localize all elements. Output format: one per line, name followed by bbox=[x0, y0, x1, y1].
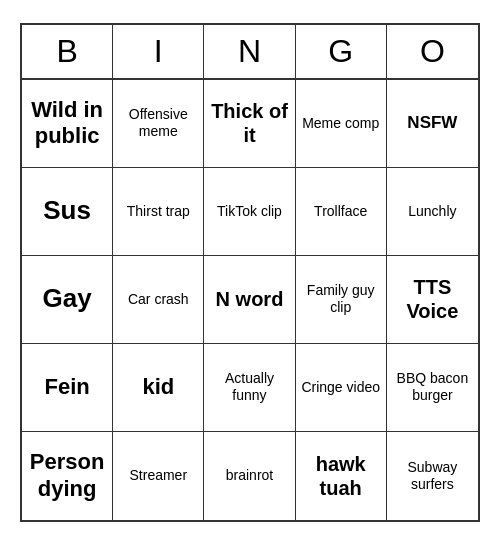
bingo-cell: Offensive meme bbox=[113, 80, 204, 168]
bingo-cell: Person dying bbox=[22, 432, 113, 520]
header-letter: G bbox=[296, 25, 387, 78]
bingo-cell: Gay bbox=[22, 256, 113, 344]
header-letter: N bbox=[204, 25, 295, 78]
bingo-cell: Meme comp bbox=[296, 80, 387, 168]
bingo-cell: Wild in public bbox=[22, 80, 113, 168]
bingo-cell: N word bbox=[204, 256, 295, 344]
bingo-cell: NSFW bbox=[387, 80, 478, 168]
bingo-cell: Thirst trap bbox=[113, 168, 204, 256]
bingo-cell: Trollface bbox=[296, 168, 387, 256]
bingo-cell: Sus bbox=[22, 168, 113, 256]
bingo-cell: kid bbox=[113, 344, 204, 432]
bingo-cell: Actually funny bbox=[204, 344, 295, 432]
bingo-grid: Wild in publicOffensive memeThick of itM… bbox=[22, 80, 478, 520]
bingo-cell: Cringe video bbox=[296, 344, 387, 432]
header-letter: B bbox=[22, 25, 113, 78]
bingo-cell: Fein bbox=[22, 344, 113, 432]
bingo-cell: TTS Voice bbox=[387, 256, 478, 344]
bingo-cell: Lunchly bbox=[387, 168, 478, 256]
bingo-cell: brainrot bbox=[204, 432, 295, 520]
header-letter: I bbox=[113, 25, 204, 78]
bingo-card: BINGO Wild in publicOffensive memeThick … bbox=[20, 23, 480, 522]
bingo-header: BINGO bbox=[22, 25, 478, 80]
bingo-cell: Thick of it bbox=[204, 80, 295, 168]
bingo-cell: Car crash bbox=[113, 256, 204, 344]
bingo-cell: BBQ bacon burger bbox=[387, 344, 478, 432]
bingo-cell: Subway surfers bbox=[387, 432, 478, 520]
header-letter: O bbox=[387, 25, 478, 78]
bingo-cell: TikTok clip bbox=[204, 168, 295, 256]
bingo-cell: Streamer bbox=[113, 432, 204, 520]
bingo-cell: hawk tuah bbox=[296, 432, 387, 520]
bingo-cell: Family guy clip bbox=[296, 256, 387, 344]
